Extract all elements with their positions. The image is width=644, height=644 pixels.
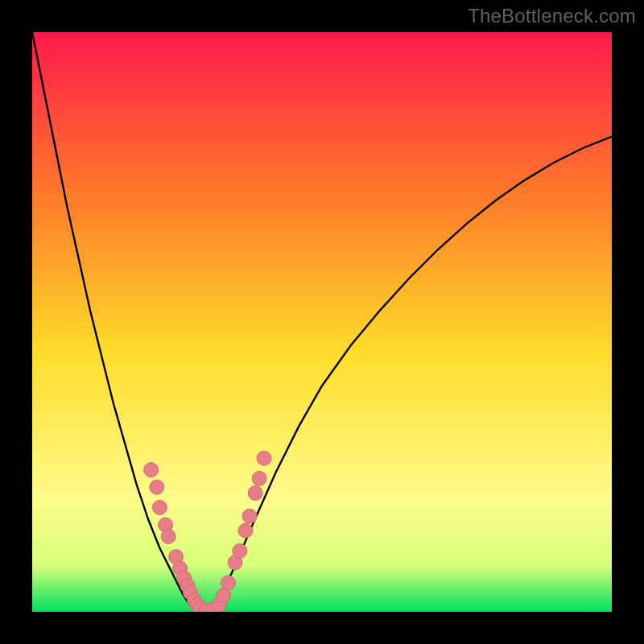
curve-marker — [217, 588, 231, 603]
gradient-background — [32, 32, 612, 612]
curve-marker — [257, 451, 271, 465]
curve-marker — [252, 471, 266, 485]
watermark-text: TheBottleneck.com — [468, 5, 636, 27]
curve-marker — [161, 529, 175, 543]
curve-marker — [242, 509, 257, 523]
curve-marker — [152, 500, 167, 514]
curve-marker — [233, 543, 247, 558]
curve-marker — [221, 576, 235, 590]
curve-marker — [150, 480, 164, 494]
curve-marker — [144, 463, 159, 477]
bottleneck-curve-chart — [32, 32, 612, 612]
curve-marker — [248, 485, 262, 500]
chart-frame: TheBottleneck.com — [0, 0, 644, 644]
curve-marker — [238, 523, 253, 538]
plot-area — [32, 32, 612, 612]
